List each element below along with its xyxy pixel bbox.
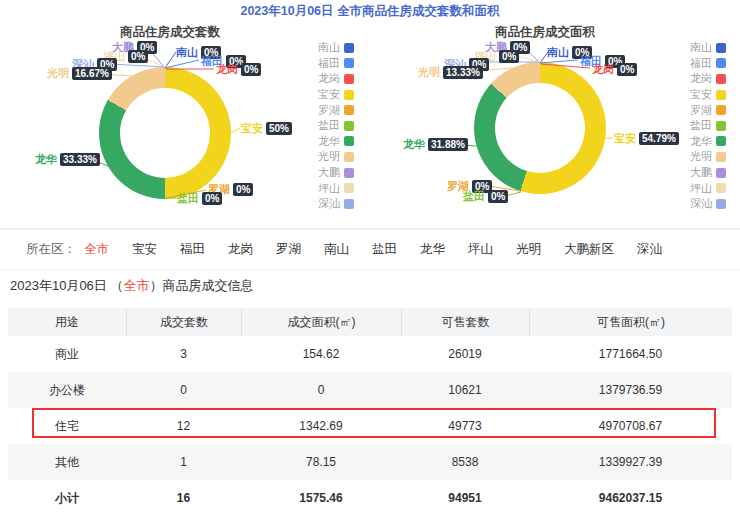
legend-item[interactable]: 光明 [688,149,726,165]
filter-item-quanshi[interactable]: 全市 [84,241,109,258]
legend-item[interactable]: 大鹏 [316,165,354,181]
legend-swatch [716,90,726,100]
legend-swatch [344,168,354,178]
cell: 10621 [401,383,529,397]
filter-item-guangming[interactable]: 光明 [516,241,541,258]
pie-callout: 龙华 31.88% [403,138,468,151]
col-header-deal-area: 成交面积(㎡) [241,308,401,336]
transactions-table: 用途 成交套数 成交面积(㎡) 可售套数 可售面积(㎡) 商业 3 154.62… [8,308,732,516]
cell: 办公楼 [8,382,126,399]
chart-title-units: 商品住房成交套数 [0,24,340,41]
pie-callout: 龙岗 0% [216,63,261,76]
legend-swatch [716,199,726,209]
legend-swatch [716,152,726,162]
legend-swatch [716,74,726,84]
table-row: 其他 1 78.15 8538 1339927.39 [8,444,732,480]
district-label: 南山 [176,46,198,59]
legend-item[interactable]: 坪山 [688,180,726,196]
legend-item[interactable]: 福田 [316,56,354,72]
legend-swatch [716,58,726,68]
cell: 16 [126,491,241,505]
cell: 其他 [8,454,126,471]
legend-label: 坪山 [316,181,340,196]
cell: 1339927.39 [529,455,732,469]
district-label: 光明 [418,66,440,79]
legend-item[interactable]: 南山 [316,40,354,56]
info-title-suffix: ）商品房成交信息 [149,278,253,293]
legend-item[interactable]: 光明 [316,149,354,165]
legend-item[interactable]: 宝安 [316,87,354,103]
percent-badge: 33.33% [60,153,100,166]
legend-item[interactable]: 罗湖 [316,102,354,118]
district-label: 盐田 [463,190,485,203]
cell: 1379736.59 [529,383,732,397]
legend-item[interactable]: 盐田 [316,118,354,134]
legend-item[interactable]: 龙华 [688,134,726,150]
cell: 小计 [8,490,126,507]
legend-label: 龙岗 [316,71,340,86]
legend-label: 宝安 [316,87,340,102]
cell: 1575.46 [241,491,401,505]
filter-item-longgang[interactable]: 龙岗 [228,241,253,258]
table-header-row: 用途 成交套数 成交面积(㎡) 可售套数 可售面积(㎡) [8,308,732,336]
legend-label: 龙华 [316,134,340,149]
filter-item-futian[interactable]: 福田 [180,241,205,258]
filter-item-nanshan[interactable]: 南山 [324,241,349,258]
legend-item[interactable]: 大鹏 [688,165,726,181]
legend-label: 罗湖 [316,103,340,118]
cell: 154.62 [241,347,401,361]
legend-item[interactable]: 龙华 [316,134,354,150]
page-title: 2023年10月06日 全市商品住房成交套数和面积 [0,3,740,20]
legend-item[interactable]: 坪山 [316,180,354,196]
col-header-forsale-area: 可售面积(㎡) [529,308,732,336]
divider [0,228,740,230]
legend-item[interactable]: 南山 [688,40,726,56]
legend-swatch [344,183,354,193]
col-header-usage: 用途 [8,308,126,336]
pie-callout: 龙岗 0% [592,63,637,76]
legend-item[interactable]: 龙岗 [688,71,726,87]
pie-callout: 宝安 54.79% [614,132,679,145]
legend-label: 福田 [316,56,340,71]
cell: 94951 [401,491,529,505]
legend-item[interactable]: 罗湖 [688,102,726,118]
legend-item[interactable]: 龙岗 [316,71,354,87]
col-header-deal-units: 成交套数 [126,308,241,336]
filter-item-yantian[interactable]: 盐田 [372,241,397,258]
cell: 78.15 [241,455,401,469]
filter-item-dapengxinqu[interactable]: 大鹏新区 [564,241,614,258]
filter-item-pingshan[interactable]: 坪山 [468,241,493,258]
filter-item-luohu[interactable]: 罗湖 [276,241,301,258]
legend-item[interactable]: 福田 [688,56,726,72]
district-label: 龙华 [35,153,57,166]
donut-chart-units[interactable] [99,67,231,199]
cell: 8538 [401,455,529,469]
district-label: 龙岗 [216,63,238,76]
legend-item[interactable]: 深汕 [688,196,726,212]
legend-swatch [344,105,354,115]
legend-item[interactable]: 盐田 [688,118,726,134]
divider [0,269,740,270]
cell: 0 [126,383,241,397]
district-label: 宝安 [614,132,636,145]
table-row-subtotal: 小计 16 1575.46 94951 9462037.15 [8,480,732,516]
filter-item-baoan[interactable]: 宝安 [132,241,157,258]
percent-badge: 0% [233,183,253,196]
filter-item-shenshan[interactable]: 深汕 [637,241,662,258]
percent-badge: 0% [617,63,637,76]
legend-units: 南山 福田 龙岗 宝安 罗湖 盐田 龙华 光明 大鹏 坪山 深汕 [316,40,354,212]
legend-item[interactable]: 深汕 [316,196,354,212]
table-row: 办公楼 0 0 10621 1379736.59 [8,372,732,408]
table-row-highlighted: 住宅 12 1342.69 49773 4970708.67 [8,408,732,444]
legend-swatch [344,121,354,131]
donut-chart-area[interactable] [474,62,606,194]
col-header-forsale-units: 可售套数 [401,308,529,336]
percent-badge: 16.67% [72,67,112,80]
legend-label: 南山 [688,40,712,55]
legend-item[interactable]: 宝安 [688,87,726,103]
filter-item-longhua[interactable]: 龙华 [420,241,445,258]
percent-badge: 31.88% [428,138,468,151]
legend-label: 罗湖 [688,103,712,118]
legend-area: 南山 福田 龙岗 宝安 罗湖 盐田 龙华 光明 大鹏 坪山 深汕 [688,40,726,212]
info-section-title: 2023年10月06日 （全市）商品房成交信息 [10,277,253,295]
